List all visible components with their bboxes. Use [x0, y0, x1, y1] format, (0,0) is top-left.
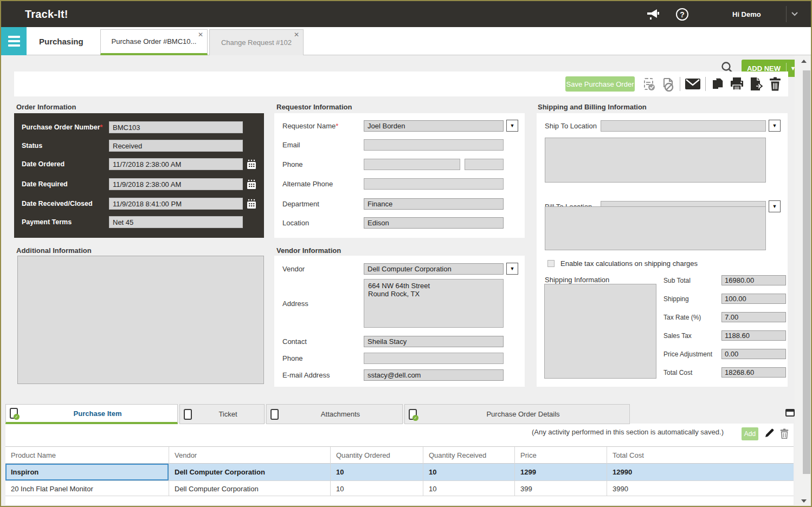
date-ordered-field[interactable]: 11/7/2018 2:38:00 AM	[109, 158, 243, 170]
delete-icon[interactable]	[769, 77, 781, 91]
bill-to-dropdown[interactable]: ▼	[769, 200, 781, 212]
cell-total-cost[interactable]: 3990	[607, 481, 794, 496]
tax-calculations-label: Enable tax calculations on shipping char…	[560, 259, 698, 268]
date-received-field[interactable]: 11/9/2018 8:41:00 PM	[109, 198, 243, 210]
vendor-field[interactable]: Dell Computer Corporation	[364, 263, 504, 275]
document-icon: ✓	[409, 409, 417, 420]
announcements-icon[interactable]	[646, 9, 660, 20]
alternate-phone-field[interactable]	[364, 178, 504, 190]
cell-vendor[interactable]: Dell Computer Corporation	[169, 481, 331, 496]
receive-items-icon[interactable]	[643, 76, 656, 92]
additional-info-textarea[interactable]	[17, 256, 264, 384]
phone-ext-field[interactable]	[465, 159, 504, 170]
bill-address-textarea[interactable]	[545, 206, 766, 250]
vendor-email-field[interactable]: sstacy@dell.com	[364, 369, 504, 381]
tab-change-request[interactable]: Change Request #102 ✕	[209, 29, 304, 55]
vendor-info-title: Vendor Information	[276, 246, 341, 255]
col-price[interactable]: Price	[515, 447, 607, 464]
address-label: Address	[282, 300, 364, 308]
col-vendor[interactable]: Vendor	[169, 447, 331, 464]
status-field[interactable]: Received	[109, 140, 243, 152]
col-product-name[interactable]: Product Name	[5, 447, 169, 464]
alternate-phone-label: Alternate Phone	[282, 180, 364, 188]
autosave-note: (Any activity performed in this section …	[5, 428, 724, 436]
tab-purchase-order-details[interactable]: ✓ Purchase Order Details	[404, 404, 630, 424]
requestor-name-dropdown[interactable]: ▼	[506, 120, 518, 132]
location-field[interactable]: Edison	[364, 217, 504, 229]
ship-address-textarea[interactable]	[545, 138, 766, 183]
calendar-icon[interactable]	[247, 179, 256, 190]
divider	[680, 77, 680, 91]
cell-product-name[interactable]: 20 Inch Flat Panel Monitor	[5, 481, 169, 496]
print-icon[interactable]	[730, 77, 744, 91]
tab-attachments[interactable]: Attachments	[266, 404, 403, 424]
price-adjustment-field[interactable]: 0.00	[721, 349, 786, 359]
sales-tax-field[interactable]: 1188.60	[721, 330, 786, 341]
address-textarea[interactable]: 664 NW 64th Street Round Rock, TX	[364, 279, 504, 328]
shipping-field[interactable]: 100.00	[721, 294, 786, 304]
vertical-scrollbar[interactable]	[795, 55, 811, 507]
scroll-up-icon[interactable]	[801, 60, 807, 63]
tax-calculations-checkbox[interactable]	[547, 260, 555, 267]
email-field[interactable]	[364, 139, 504, 151]
user-menu-chevron-icon[interactable]	[791, 12, 798, 16]
cell-vendor[interactable]: Dell Computer Corporation	[169, 464, 331, 480]
shipping-information-textarea[interactable]	[544, 284, 656, 379]
col-quantity-received[interactable]: Quantity Received	[423, 447, 515, 464]
payment-terms-field[interactable]: Net 45	[109, 216, 243, 228]
vendor-email-label: E-mail Address	[282, 371, 364, 379]
cell-quantity-ordered[interactable]: 10	[331, 464, 423, 480]
contact-field[interactable]: Sheila Stacy	[364, 336, 504, 347]
total-cost-field[interactable]: 18268.60	[721, 367, 786, 378]
cell-total-cost[interactable]: 12990	[607, 464, 794, 480]
requestor-name-field[interactable]: Joel Borden	[364, 120, 504, 132]
scrollbar-thumb[interactable]	[803, 70, 810, 474]
close-icon[interactable]: ✕	[198, 31, 203, 38]
phone-field[interactable]	[364, 159, 460, 170]
col-total-cost[interactable]: Total Cost	[607, 447, 794, 464]
total-cost-label: Total Cost	[663, 369, 716, 376]
export-icon[interactable]	[749, 77, 764, 91]
close-icon[interactable]: ✕	[294, 31, 299, 38]
table-row[interactable]: 20 Inch Flat Panel Monitor Dell Computer…	[5, 481, 794, 496]
save-purchase-order-button[interactable]: Save Purchase Order	[565, 76, 635, 92]
calendar-icon[interactable]	[247, 159, 256, 170]
copy-icon[interactable]	[711, 77, 725, 91]
menu-hamburger-icon[interactable]	[1, 27, 27, 55]
po-number-field[interactable]: BMC103	[109, 121, 243, 133]
user-greeting[interactable]: Hi Demo	[732, 10, 761, 18]
help-icon[interactable]: ?	[676, 8, 688, 21]
cell-price[interactable]: 1299	[515, 464, 607, 480]
cell-quantity-received[interactable]: 10	[423, 481, 515, 496]
email-icon[interactable]	[685, 79, 700, 89]
add-item-button[interactable]: Add	[742, 427, 758, 440]
delete-item-icon[interactable]	[780, 428, 789, 439]
cell-quantity-ordered[interactable]: 10	[331, 481, 423, 496]
vendor-phone-field[interactable]	[364, 353, 504, 364]
scroll-down-icon[interactable]	[801, 499, 807, 503]
tax-rate-label: Tax Rate (%)	[663, 314, 716, 321]
tab-label: Change Request #102	[221, 38, 292, 47]
sub-total-field[interactable]: 16980.00	[721, 275, 786, 285]
cell-product-name[interactable]: Inspiron	[5, 464, 169, 480]
tab-purchase-item[interactable]: ✓ Purchase Item	[5, 404, 178, 424]
price-adjustment-label: Price Adjustment	[663, 350, 716, 358]
requestor-name-label: Requestor Name*	[282, 122, 364, 130]
po-toolbar: Save Purchase Order	[14, 72, 788, 96]
tab-ticket[interactable]: Ticket	[179, 404, 265, 424]
table-row[interactable]: Inspiron Dell Computer Corporation 10 10…	[5, 464, 794, 481]
vendor-dropdown[interactable]: ▼	[506, 263, 518, 275]
cell-price[interactable]: 399	[515, 481, 607, 496]
expand-window-icon[interactable]	[785, 409, 795, 417]
cell-quantity-received[interactable]: 10	[423, 464, 515, 480]
ship-to-dropdown[interactable]: ▼	[769, 120, 781, 132]
cancel-order-icon[interactable]	[661, 76, 675, 92]
edit-item-icon[interactable]	[764, 428, 774, 438]
col-quantity-ordered[interactable]: Quantity Ordered	[331, 447, 423, 464]
ship-to-field[interactable]	[601, 120, 766, 132]
calendar-icon[interactable]	[247, 199, 256, 209]
department-field[interactable]: Finance	[364, 198, 504, 210]
tax-rate-field[interactable]: 7.00	[721, 312, 786, 322]
tab-purchase-order[interactable]: Purchase Order #BMC10... ✕	[100, 29, 208, 55]
date-required-field[interactable]: 11/9/2018 2:38:00 AM	[109, 178, 243, 190]
